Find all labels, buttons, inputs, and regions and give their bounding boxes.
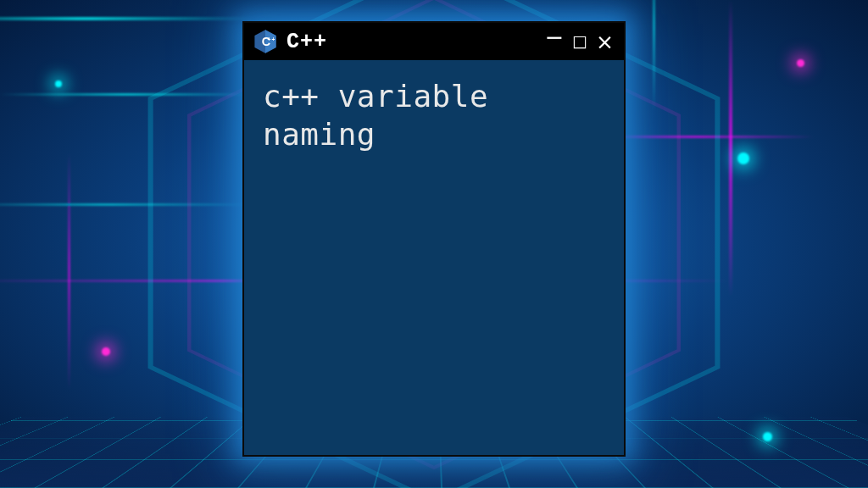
titlebar[interactable]: C + + C++ − □ × xyxy=(244,23,624,60)
decor-orb xyxy=(797,59,804,67)
decor-orb xyxy=(102,347,110,356)
decor-orb xyxy=(55,80,62,87)
cpp-hex-icon: C + + xyxy=(253,29,278,54)
svg-text:+: + xyxy=(272,36,275,42)
decor-orb xyxy=(737,152,749,164)
terminal-content[interactable]: c++ variable naming xyxy=(244,60,624,455)
maximize-button[interactable]: □ xyxy=(570,33,589,49)
minimize-button[interactable]: − xyxy=(542,25,565,48)
window-title: C++ xyxy=(287,30,534,54)
terminal-window: C + + C++ − □ × c++ variable naming xyxy=(242,21,626,457)
svg-text:+: + xyxy=(267,36,270,42)
decor-orb xyxy=(763,432,772,441)
window-controls: − □ × xyxy=(542,30,615,53)
close-button[interactable]: × xyxy=(594,31,615,53)
